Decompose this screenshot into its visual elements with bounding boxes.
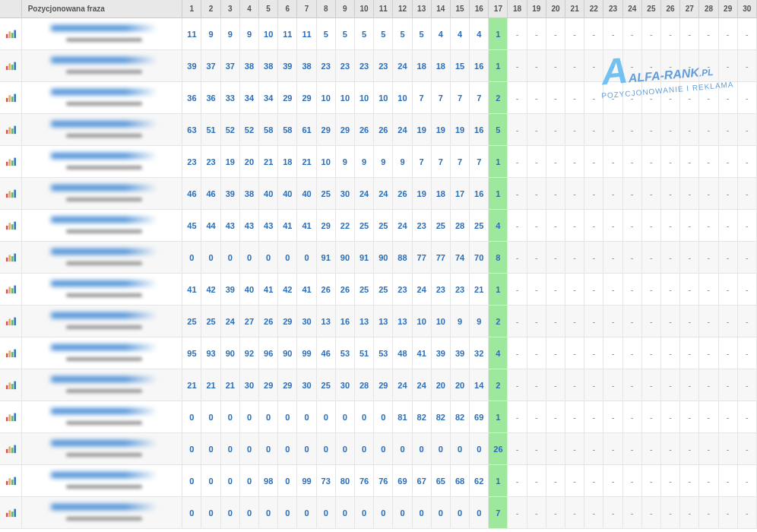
phrase-cell[interactable]	[21, 50, 182, 82]
rank-cell: -	[584, 306, 603, 337]
header-day-23[interactable]: 23	[603, 0, 622, 18]
rank-cell: -	[718, 242, 737, 274]
rank-cell: -	[718, 433, 737, 465]
row-chart-button[interactable]	[0, 50, 21, 82]
row-chart-button[interactable]	[0, 369, 21, 401]
header-day-11[interactable]: 11	[374, 0, 393, 18]
header-day-8[interactable]: 8	[316, 0, 335, 18]
rank-cell: 2	[489, 369, 508, 401]
rank-cell: -	[622, 369, 641, 401]
header-day-25[interactable]: 25	[641, 0, 660, 18]
header-day-16[interactable]: 16	[470, 0, 489, 18]
row-chart-button[interactable]	[0, 497, 21, 529]
header-day-12[interactable]: 12	[393, 0, 412, 18]
rank-cell: 9	[220, 18, 239, 50]
header-day-1[interactable]: 1	[182, 0, 201, 18]
phrase-cell[interactable]	[21, 274, 182, 306]
row-chart-button[interactable]	[0, 210, 21, 242]
header-day-20[interactable]: 20	[546, 0, 565, 18]
table-row: 2323192021182110999977771-------------	[0, 146, 757, 178]
table-row: 959390929690994653515348413939324-------…	[0, 337, 757, 369]
row-chart-button[interactable]	[0, 433, 21, 465]
phrase-cell[interactable]	[21, 82, 182, 114]
rank-cell: -	[737, 210, 756, 242]
header-day-9[interactable]: 9	[335, 0, 354, 18]
rank-cell: 40	[259, 178, 278, 210]
svg-rect-20	[6, 193, 8, 197]
rank-cell: 29	[278, 82, 297, 114]
rank-cell: 1	[489, 274, 508, 306]
header-day-30[interactable]: 30	[737, 0, 756, 18]
phrase-cell[interactable]	[21, 401, 182, 433]
header-phrase[interactable]: Pozycjonowana fraza	[21, 0, 182, 18]
header-day-3[interactable]: 3	[220, 0, 239, 18]
row-chart-button[interactable]	[0, 337, 21, 369]
phrase-cell[interactable]	[21, 242, 182, 274]
header-day-6[interactable]: 6	[278, 0, 297, 18]
phrase-cell[interactable]	[21, 369, 182, 401]
rank-cell: -	[699, 433, 718, 465]
header-day-22[interactable]: 22	[584, 0, 603, 18]
table-row: 0000980997380767669676568621------------…	[0, 465, 757, 497]
header-day-21[interactable]: 21	[565, 0, 584, 18]
rank-cell: 0	[316, 401, 335, 433]
header-day-7[interactable]: 7	[297, 0, 316, 18]
rank-cell: 26	[374, 114, 393, 146]
header-day-13[interactable]: 13	[412, 0, 431, 18]
rank-cell: 19	[450, 114, 469, 146]
phrase-cell[interactable]	[21, 337, 182, 369]
row-chart-button[interactable]	[0, 401, 21, 433]
rank-cell: 0	[393, 433, 412, 465]
phrase-cell[interactable]	[21, 433, 182, 465]
header-day-2[interactable]: 2	[201, 0, 220, 18]
svg-rect-55	[14, 445, 16, 453]
svg-rect-1	[8, 31, 11, 38]
header-day-10[interactable]: 10	[354, 0, 373, 18]
phrase-cell[interactable]	[21, 306, 182, 337]
row-chart-button[interactable]	[0, 18, 21, 50]
phrase-cell[interactable]	[21, 210, 182, 242]
rank-cell: 44	[201, 210, 220, 242]
rank-cell: -	[641, 146, 660, 178]
header-day-14[interactable]: 14	[431, 0, 450, 18]
phrase-cell[interactable]	[21, 497, 182, 529]
header-day-29[interactable]: 29	[718, 0, 737, 18]
rank-cell: 53	[374, 337, 393, 369]
rank-cell: -	[641, 18, 660, 50]
phrase-cell[interactable]	[21, 18, 182, 50]
header-day-27[interactable]: 27	[680, 0, 699, 18]
header-day-28[interactable]: 28	[699, 0, 718, 18]
row-chart-button[interactable]	[0, 465, 21, 497]
header-day-5[interactable]: 5	[259, 0, 278, 18]
header-day-19[interactable]: 19	[527, 0, 546, 18]
phrase-cell[interactable]	[21, 114, 182, 146]
rank-cell: -	[680, 274, 699, 306]
rank-cell: 7	[450, 82, 469, 114]
rank-cell: -	[641, 433, 660, 465]
row-chart-button[interactable]	[0, 146, 21, 178]
header-icon-col	[0, 0, 21, 18]
header-day-24[interactable]: 24	[622, 0, 641, 18]
row-chart-button[interactable]	[0, 242, 21, 274]
phrase-cell[interactable]	[21, 465, 182, 497]
svg-rect-57	[8, 478, 11, 485]
header-day-17[interactable]: 17	[489, 0, 508, 18]
row-chart-button[interactable]	[0, 82, 21, 114]
rank-cell: -	[584, 274, 603, 306]
header-day-4[interactable]: 4	[239, 0, 258, 18]
row-chart-button[interactable]	[0, 306, 21, 337]
header-day-18[interactable]: 18	[508, 0, 527, 18]
header-day-15[interactable]: 15	[450, 0, 469, 18]
row-chart-button[interactable]	[0, 274, 21, 306]
phrase-cell[interactable]	[21, 178, 182, 210]
rank-cell: 21	[259, 146, 278, 178]
header-day-26[interactable]: 26	[660, 0, 679, 18]
phrase-cell[interactable]	[21, 146, 182, 178]
rank-cell: 40	[239, 274, 258, 306]
rank-cell: 90	[374, 242, 393, 274]
rank-cell: 0	[201, 242, 220, 274]
rank-cell: -	[603, 497, 622, 529]
row-chart-button[interactable]	[0, 114, 21, 146]
chart-icon	[5, 188, 16, 198]
row-chart-button[interactable]	[0, 178, 21, 210]
